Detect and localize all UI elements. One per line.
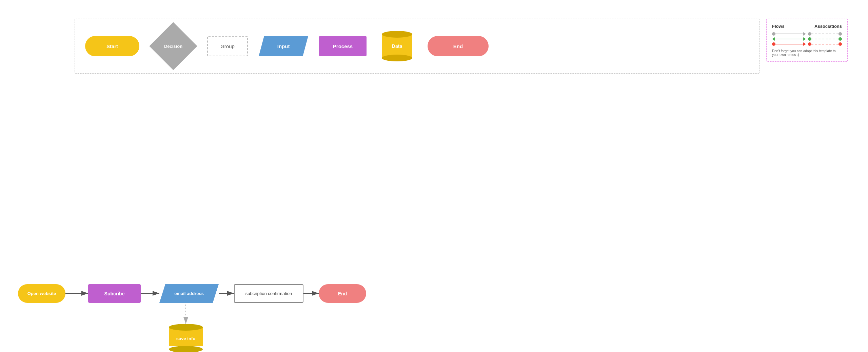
shape-decision: Decision — [153, 26, 194, 66]
legend-flow-red — [772, 42, 806, 46]
legend-row-gray — [772, 32, 842, 36]
legend-note: Don't forget you can adapt this template… — [772, 49, 842, 57]
legend-flows-title: Flows — [772, 24, 785, 29]
node-save-info: save info — [169, 324, 203, 352]
legend-assoc-gray — [808, 32, 842, 36]
legend-row-red — [772, 42, 842, 46]
shape-group: Group — [207, 36, 248, 56]
node-open-website: Open website — [18, 284, 65, 303]
legend-box: Flows Associations — [766, 19, 848, 62]
shape-process: Process — [319, 36, 367, 56]
legend-assoc-title: Associations — [814, 24, 842, 29]
shape-input-wrap: Input — [261, 36, 305, 56]
legend-assoc-green — [808, 37, 842, 41]
node-subscription-confirmation: subcription confirmation — [234, 284, 303, 303]
legend-row-green — [772, 37, 842, 41]
legend-flow-gray — [772, 32, 806, 36]
legend-assoc-red — [808, 42, 842, 46]
flowchart-area: Open website Subcribe email address subc… — [0, 132, 868, 352]
legend-flow-green — [772, 37, 806, 41]
node-email-address: email address — [159, 284, 219, 303]
shape-end: End — [428, 36, 489, 56]
node-subscribe: Subcribe — [88, 284, 141, 303]
node-end: End — [319, 284, 366, 303]
shape-data: Data — [380, 29, 414, 63]
shape-start: Start — [85, 36, 139, 56]
arrows-svg — [0, 132, 868, 352]
shapes-legend: Start Decision Group Input Process Data … — [75, 19, 760, 74]
